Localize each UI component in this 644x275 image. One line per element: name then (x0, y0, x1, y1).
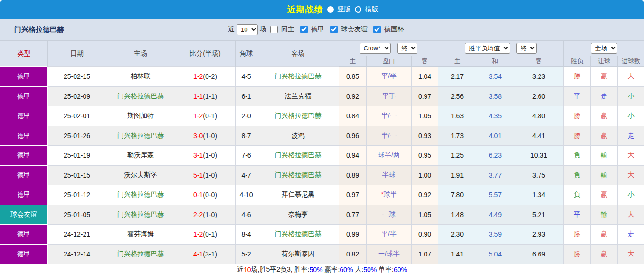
recent-count-select[interactable]: 10 (237, 24, 258, 35)
odds-company-select[interactable]: Crow* (360, 43, 391, 54)
away-team[interactable]: 门兴格拉德巴赫 (257, 146, 339, 166)
home-team[interactable]: 门兴格拉德巴赫 (106, 244, 175, 264)
away-team[interactable]: 门兴格拉德巴赫 (257, 67, 339, 87)
goals-result: 大 (618, 205, 644, 225)
asia-home-odds: 0.94 (339, 146, 367, 166)
euro-draw-odds: 3.58 (476, 86, 514, 106)
asia-handicap: *球半 (367, 185, 412, 205)
vertical-layout-radio[interactable] (327, 6, 334, 13)
match-date: 25-01-05 (48, 205, 106, 225)
europe-period-select[interactable]: 终 (516, 43, 537, 54)
asia-period-select[interactable]: 终 (397, 43, 417, 54)
away-team[interactable]: 门兴格拉德巴赫 (257, 106, 339, 126)
table-row[interactable]: 德甲 25-02-09 门兴格拉德巴赫 1-1(1-1) 6-1 法兰克福 0.… (0, 86, 644, 106)
home-team[interactable]: 斯图加特 (106, 106, 175, 126)
summary-segment: 近 (237, 266, 244, 274)
match-type-badge: 德甲 (0, 185, 48, 205)
asia-handicap: *平/半 (367, 67, 412, 87)
match-date: 24-12-21 (48, 225, 106, 245)
match-date: 24-12-14 (48, 244, 106, 264)
away-team[interactable]: 拜仁慕尼黑 (257, 185, 339, 205)
same-home-checkbox[interactable] (270, 26, 278, 33)
away-team[interactable]: 门兴格拉德巴赫 (257, 225, 339, 245)
win-lose-result: 負 (564, 146, 591, 166)
win-lose-result: 負 (564, 185, 591, 205)
home-team[interactable]: 沃尔夫斯堡 (106, 165, 175, 185)
home-team[interactable]: 门兴格拉德巴赫 (106, 185, 175, 205)
sub-header-euro-away: 客 (514, 56, 564, 67)
asia-away-odds: 1.04 (412, 67, 438, 87)
table-row[interactable]: 德甲 25-02-01 斯图加特 1-2(0-1) 2-0 门兴格拉德巴赫 0.… (0, 106, 644, 126)
asia-handicap: *半/一 (367, 126, 412, 146)
match-date: 25-01-26 (48, 126, 106, 146)
sub-header-handicap-result: 让球 (591, 56, 618, 67)
halftime-score: (1-0) (203, 132, 217, 140)
handicap-text: 一球 (382, 210, 396, 218)
win-lose-result: 平 (564, 86, 591, 106)
away-team[interactable]: 奈梅亨 (257, 205, 339, 225)
home-team[interactable]: 柏林联 (106, 67, 175, 87)
horizontal-layout-radio[interactable] (355, 6, 361, 13)
home-team[interactable]: 门兴格拉德巴赫 (106, 205, 175, 225)
summary-segment: 50% (310, 266, 323, 274)
sub-header-asia-home: 主 (339, 56, 367, 67)
handicap-text: 半球 (382, 171, 396, 179)
corner-count: 5-2 (236, 244, 257, 264)
league-filter-checkbox-bundesliga[interactable] (300, 26, 308, 33)
home-team[interactable]: 门兴格拉德巴赫 (106, 126, 175, 146)
handicap-text: 平手 (382, 92, 396, 100)
euro-home-odds: 1.48 (438, 205, 476, 225)
handicap-result: 赢 (591, 126, 618, 146)
filter-bar: 门兴格拉德巴赫 近 10 场 同主 德甲 球会友谊 德国杯 (0, 19, 644, 40)
match-date: 25-01-19 (48, 146, 106, 166)
match-date: 25-01-12 (48, 185, 106, 205)
asia-away-odds: 0.95 (412, 146, 438, 166)
home-team[interactable]: 门兴格拉德巴赫 (106, 86, 175, 106)
euro-away-odds: 10.31 (514, 146, 564, 166)
table-row[interactable]: 德甲 25-01-26 门兴格拉德巴赫 3-0(1-0) 8-7 波鸿 0.96… (0, 126, 644, 146)
match-score: 1-2(0-2) (175, 67, 236, 87)
asia-odds-group-header: Crow* 终 (339, 41, 438, 56)
fulltime-score: 3-0 (193, 132, 203, 140)
euro-home-odds: 2.17 (438, 67, 476, 87)
horizontal-layout-label[interactable]: 横版 (365, 5, 379, 14)
win-lose-result: 勝 (564, 67, 591, 87)
handicap-result: 輸 (591, 205, 618, 225)
win-lose-result: 平 (564, 205, 591, 225)
asia-away-odds: 1.05 (412, 205, 438, 225)
table-row[interactable]: 德甲 25-01-15 沃尔夫斯堡 5-1(1-0) 4-7 门兴格拉德巴赫 0… (0, 165, 644, 185)
col-header-corners: 角球 (236, 41, 257, 67)
euro-draw-odds: 4.01 (476, 126, 514, 146)
table-row[interactable]: 德甲 25-01-12 门兴格拉德巴赫 0-1(0-0) 4-10 拜仁慕尼黑 … (0, 185, 644, 205)
summary-segment: 10 (244, 266, 251, 274)
league-filter-checkbox-pokal[interactable] (373, 26, 381, 33)
goals-result: 走 (618, 225, 644, 245)
asia-away-odds: 1.05 (412, 106, 438, 126)
away-team[interactable]: 荷尔斯泰因 (257, 244, 339, 264)
europe-odds-select[interactable]: 胜平负均值 (465, 43, 510, 54)
euro-draw-odds: 5.04 (476, 244, 514, 264)
table-row[interactable]: 德甲 24-12-21 霍芬海姆 1-2(0-1) 8-4 门兴格拉德巴赫 0.… (0, 225, 644, 245)
col-header-date: 日期 (48, 41, 106, 67)
vertical-layout-label[interactable]: 竖版 (338, 5, 351, 14)
home-team[interactable]: 霍芬海姆 (106, 225, 175, 245)
win-lose-result: 負 (564, 165, 591, 185)
table-row[interactable]: 德甲 25-02-15 柏林联 1-2(0-2) 4-5 门兴格拉德巴赫 0.8… (0, 67, 644, 87)
euro-draw-odds: 3.54 (476, 67, 514, 87)
match-score: 0-1(0-0) (175, 185, 236, 205)
results-table: 类型 日期 主场 比分(半场) 角球 客场 Crow* 终 胜平负均值 终 全场 (0, 40, 644, 264)
corner-count: 4-6 (236, 205, 257, 225)
league-filter-checkbox-friendly[interactable] (330, 26, 338, 33)
table-row[interactable]: 德甲 24-12-14 门兴格拉德巴赫 4-1(3-1) 5-2 荷尔斯泰因 0… (0, 244, 644, 264)
scope-select[interactable]: 全场 (591, 43, 617, 54)
asia-away-odds: 0.90 (412, 225, 438, 245)
home-team[interactable]: 勒沃库森 (106, 146, 175, 166)
away-team[interactable]: 法兰克福 (257, 86, 339, 106)
asia-handicap: *半球 (367, 165, 412, 185)
away-team[interactable]: 波鸿 (257, 126, 339, 146)
away-team[interactable]: 门兴格拉德巴赫 (257, 165, 339, 185)
fulltime-score: 5-1 (193, 171, 203, 179)
summary-segment: 单率: (377, 266, 394, 274)
table-row[interactable]: 德甲 25-01-19 勒沃库森 3-1(1-0) 7-6 门兴格拉德巴赫 0.… (0, 146, 644, 166)
table-row[interactable]: 球会友谊 25-01-05 门兴格拉德巴赫 2-2(1-0) 4-6 奈梅亨 0… (0, 205, 644, 225)
